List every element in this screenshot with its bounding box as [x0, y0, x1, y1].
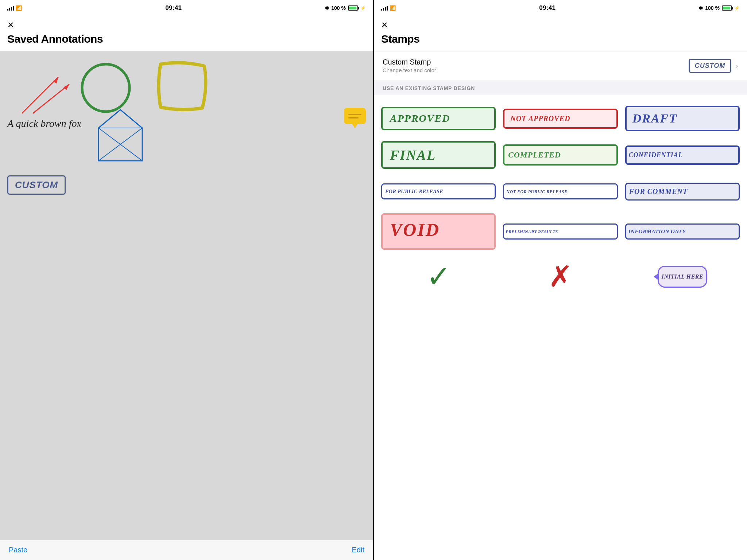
battery-icon-left — [348, 5, 358, 11]
svg-point-4 — [82, 64, 129, 112]
final-stamp-label: FINAL — [390, 147, 436, 163]
bubble-line-1 — [348, 114, 361, 115]
stamp-item-final[interactable]: FINAL — [381, 140, 496, 170]
status-left-icons: 📶 — [7, 5, 22, 11]
initial-here-stamp-box: INITIAL HERE — [658, 266, 707, 288]
paste-button[interactable]: Paste — [9, 546, 27, 554]
status-right-icons-left: ✱ 100 % ⚡ — [325, 5, 366, 11]
battery-icon-right — [722, 5, 732, 11]
svg-marker-3 — [63, 84, 69, 90]
status-left-icons-right: 📶 — [381, 5, 396, 11]
shape-annotation[interactable] — [95, 106, 146, 164]
right-panel-header: ✕ Stamps — [374, 16, 747, 51]
stamp-item-draft[interactable]: DRAFT — [625, 104, 740, 133]
stamp-item-information-only[interactable]: INFORMATION ONLY — [625, 213, 740, 250]
bluetooth-icon-right: ✱ — [699, 5, 703, 11]
rect-annotation[interactable] — [153, 57, 212, 115]
completed-stamp-label: COMPLETED — [508, 150, 561, 159]
status-bar-left: 📶 09:41 ✱ 100 % ⚡ — [0, 0, 373, 16]
stamp-item-not-approved[interactable]: NOT APPROVED — [503, 104, 618, 133]
bluetooth-icon-left: ✱ — [325, 5, 329, 11]
stamp-item-confidential[interactable]: CONFIDENTIAL — [625, 140, 740, 170]
stamp-item-void[interactable]: VOID — [381, 213, 496, 250]
custom-stamp-info: Custom Stamp Change text and color — [383, 58, 436, 73]
confidential-stamp-box: CONFIDENTIAL — [625, 145, 740, 165]
status-right-icons-right: ✱ 100 % ⚡ — [699, 5, 740, 11]
xmark-icon: ✗ — [548, 262, 573, 291]
left-panel-footer: Paste Edit — [0, 540, 373, 560]
custom-stamp-row[interactable]: Custom Stamp Change text and color CUSTO… — [374, 51, 747, 80]
confidential-stamp-label: CONFIDENTIAL — [629, 151, 683, 159]
battery-percent-right: 100 % — [705, 5, 720, 11]
information-only-stamp-label: INFORMATION ONLY — [628, 229, 686, 234]
saved-annotations-panel: 📶 09:41 ✱ 100 % ⚡ ✕ Saved Annotations — [0, 0, 374, 560]
custom-stamp-text: CUSTOM — [15, 179, 58, 190]
void-stamp-box: VOID — [381, 213, 496, 250]
checkmark-icon: ✓ — [426, 262, 451, 291]
not-approved-stamp-label: NOT APPROVED — [510, 114, 570, 122]
initial-here-stamp-label: INITIAL HERE — [662, 273, 703, 280]
stamp-item-initial-here[interactable]: INITIAL HERE — [625, 258, 740, 295]
close-button-left[interactable]: ✕ — [7, 20, 14, 30]
preliminary-results-stamp-label: PRELIMINARY RESULTS — [506, 229, 558, 234]
wifi-icon: 📶 — [16, 5, 22, 11]
not-approved-stamp-box: NOT APPROVED — [503, 109, 618, 129]
wifi-icon-right: 📶 — [390, 5, 396, 11]
stamp-grid: APPROVED NOT APPROVED DRAFT FINAL — [374, 95, 747, 258]
for-public-release-stamp-label: FOR PUBLIC RELEASE — [385, 189, 443, 194]
bubble-shape — [344, 108, 366, 124]
custom-stamp-preview-box: CUSTOM — [689, 59, 732, 73]
approved-stamp-label: APPROVED — [390, 113, 450, 124]
svg-marker-1 — [53, 77, 58, 83]
arrows-annotation[interactable] — [11, 62, 77, 121]
left-panel-header: ✕ Saved Annotations — [0, 16, 373, 51]
bolt-icon-left: ⚡ — [360, 5, 366, 11]
final-stamp-box: FINAL — [381, 141, 496, 169]
not-for-public-release-stamp-label: NOT FOR PUBLIC RELEASE — [506, 189, 567, 194]
bubble-line-2 — [348, 117, 359, 118]
stamp-item-xmark[interactable]: ✗ — [503, 258, 618, 295]
completed-stamp-box: COMPLETED — [503, 144, 618, 166]
svg-marker-5 — [98, 110, 142, 161]
annotation-text-content: A quick brown fox — [7, 118, 81, 129]
stamp-item-checkmark[interactable]: ✓ — [381, 258, 496, 295]
stamp-section-label: USE AN EXISTING STAMP DESIGN — [374, 80, 747, 95]
stamp-item-for-comment[interactable]: FOR COMMENT — [625, 177, 740, 206]
edit-button[interactable]: Edit — [352, 546, 364, 554]
right-panel-title: Stamps — [381, 33, 740, 45]
bubble-content — [346, 112, 364, 121]
left-panel-title: Saved Annotations — [7, 33, 366, 45]
close-button-right[interactable]: ✕ — [381, 20, 388, 30]
svg-line-8 — [98, 110, 120, 128]
bottom-stamps-row: ✓ ✗ INITIAL HERE — [374, 258, 747, 304]
stamp-item-completed[interactable]: COMPLETED — [503, 140, 618, 170]
bolt-icon-right: ⚡ — [734, 5, 740, 11]
status-time-left: 09:41 — [165, 4, 182, 12]
stamp-item-for-public-release[interactable]: FOR PUBLIC RELEASE — [381, 177, 496, 206]
stamp-item-approved[interactable]: APPROVED — [381, 104, 496, 133]
void-stamp-label: VOID — [390, 219, 440, 240]
chevron-right-icon: › — [736, 62, 738, 70]
draft-stamp-label: DRAFT — [632, 112, 677, 125]
draft-stamp-box: DRAFT — [625, 106, 740, 131]
speech-bubble-annotation[interactable] — [344, 108, 366, 130]
information-only-stamp-box: INFORMATION ONLY — [625, 223, 740, 240]
for-public-release-stamp-box: FOR PUBLIC RELEASE — [381, 183, 496, 199]
custom-stamp-box: CUSTOM — [7, 175, 66, 195]
custom-stamp-annotation[interactable]: CUSTOM — [7, 175, 66, 195]
text-annotation[interactable]: A quick brown fox — [7, 117, 81, 130]
stamp-item-preliminary-results[interactable]: PRELIMINARY RESULTS — [503, 213, 618, 250]
custom-stamp-preview: CUSTOM › — [689, 59, 738, 73]
custom-stamp-title: Custom Stamp — [383, 58, 436, 66]
svg-line-2 — [33, 84, 69, 113]
stamp-item-not-for-public-release[interactable]: NOT FOR PUBLIC RELEASE — [503, 177, 618, 206]
preliminary-results-stamp-box: PRELIMINARY RESULTS — [503, 223, 618, 240]
status-time-right: 09:41 — [539, 4, 556, 12]
signal-icon — [7, 5, 14, 11]
stamps-content-area: Custom Stamp Change text and color CUSTO… — [374, 51, 747, 560]
status-bar-right: 📶 09:41 ✱ 100 % ⚡ — [374, 0, 747, 16]
approved-stamp-box: APPROVED — [381, 107, 496, 130]
battery-percent-left: 100 % — [331, 5, 346, 11]
annotations-canvas: A quick brown fox — [0, 51, 373, 540]
not-for-public-release-stamp-box: NOT FOR PUBLIC RELEASE — [503, 183, 618, 199]
